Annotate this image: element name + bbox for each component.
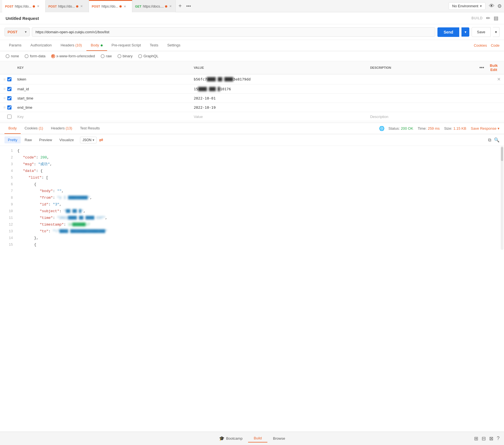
line-number: 2 xyxy=(3,155,13,161)
tab-body[interactable]: Body xyxy=(86,40,107,51)
bootcamp-label: Bootcamp xyxy=(226,436,243,441)
tab-settings[interactable]: Settings xyxy=(163,40,185,51)
col-description: DESCRIPTION xyxy=(367,61,476,74)
tab-3-url: https://do... xyxy=(102,4,118,8)
settings-icon[interactable]: ⚙ xyxy=(497,3,502,9)
env-selector[interactable]: No Environment ▾ xyxy=(449,2,486,10)
format-tab-preview[interactable]: Preview xyxy=(36,136,55,143)
table-row: ≡ token b56fc7████ ██ ████3e8179dd ✕ xyxy=(0,74,504,84)
format-type-select[interactable]: JSON ▾ xyxy=(80,137,97,143)
browse-item[interactable]: Browse xyxy=(267,435,291,442)
build-item[interactable]: Build xyxy=(248,434,267,442)
env-chevron-icon: ▾ xyxy=(480,4,482,8)
format-tab-pretty[interactable]: Pretty xyxy=(4,136,21,143)
row1-close-icon[interactable]: ✕ xyxy=(497,77,501,82)
response-tab-cookies[interactable]: Cookies (1) xyxy=(21,123,47,134)
drag-handle-icon[interactable]: ≡ xyxy=(3,105,6,110)
help-icon[interactable]: ? xyxy=(497,435,500,441)
build-label[interactable]: BUILD xyxy=(472,16,483,20)
placeholder-desc: Description xyxy=(367,112,476,121)
copy-icon[interactable]: ⧉ xyxy=(488,138,491,143)
row3-checkbox[interactable] xyxy=(7,96,11,100)
edit-icon[interactable]: ✏ xyxy=(486,15,490,21)
send-button[interactable]: Send xyxy=(437,27,459,37)
scrollbar-thumb[interactable] xyxy=(501,147,503,161)
drag-handle-icon[interactable]: ≡ xyxy=(3,77,6,82)
placeholder-checkbox[interactable] xyxy=(7,115,11,119)
response-tabs-bar: Body Cookies (1) Headers (13) Test Resul… xyxy=(0,123,504,134)
drag-handle-icon[interactable]: ≡ xyxy=(3,96,6,100)
tab-tests[interactable]: Tests xyxy=(145,40,163,51)
body-type-none[interactable]: none xyxy=(6,54,19,58)
add-tab-button[interactable]: + xyxy=(176,3,185,9)
json-line-12: 12 "timestamp": 16██████17 xyxy=(0,221,504,228)
response-tab-body[interactable]: Body xyxy=(4,123,21,134)
row4-checkbox[interactable] xyxy=(7,105,11,110)
body-type-urlencoded[interactable]: x-www-form-urlencoded xyxy=(51,54,95,58)
response-section: Body Cookies (1) Headers (13) Test Resul… xyxy=(0,122,504,250)
url-input[interactable] xyxy=(32,27,435,37)
wrap-icon[interactable]: ⇌ xyxy=(99,137,103,143)
tab-pre-request[interactable]: Pre-request Script xyxy=(107,40,145,51)
json-line-13: 13 "to": "\"████ ████████████████" xyxy=(0,228,504,235)
response-tab-test-results[interactable]: Test Results xyxy=(76,123,104,134)
body-type-bar: none form-data x-www-form-urlencoded raw… xyxy=(0,51,504,61)
tab-4-close[interactable]: ✕ xyxy=(169,4,172,8)
more-tabs-button[interactable]: ••• xyxy=(185,4,193,9)
body-type-binary[interactable]: binary xyxy=(117,54,133,58)
tab-3-close[interactable]: ✕ xyxy=(124,5,126,8)
layout-icon[interactable]: ⊠ xyxy=(489,435,493,442)
row3-value-cell: 2022-10-01 xyxy=(190,94,367,103)
row2-desc-cell xyxy=(367,84,476,94)
cookies-link[interactable]: Cookies xyxy=(474,43,487,48)
search-icon[interactable]: 🔍 xyxy=(494,137,500,143)
bulk-edit-button[interactable]: Bulk Edit xyxy=(487,63,501,72)
code-link[interactable]: Code xyxy=(491,43,500,48)
json-line-4: 4 "data": { xyxy=(0,168,504,174)
row1-value-cell: b56fc7████ ██ ████3e8179dd xyxy=(190,74,367,84)
more-options-icon[interactable]: ••• xyxy=(479,65,484,70)
tab-1[interactable]: POST https://do... ✕ xyxy=(2,0,46,12)
row2-key-cell: mail_id xyxy=(14,84,190,94)
save-button[interactable]: Save xyxy=(472,27,491,37)
tab-headers[interactable]: Headers (10) xyxy=(56,40,86,51)
bootcamp-item[interactable]: 🎓 Bootcamp xyxy=(213,434,248,443)
request-title: Untitled Request xyxy=(6,16,39,21)
tab-1-close[interactable]: ✕ xyxy=(37,4,39,8)
row2-checkbox[interactable] xyxy=(7,87,11,91)
eye-icon[interactable]: 👁 xyxy=(489,3,494,9)
params-table: KEY VALUE DESCRIPTION ••• Bulk Edit ≡ xyxy=(0,61,504,121)
tab-2[interactable]: POST https://do... ✕ xyxy=(46,0,89,12)
send-dropdown-button[interactable]: ▾ xyxy=(461,27,469,37)
nav-tabs-bar: Params Authorization Headers (10) Body P… xyxy=(0,40,504,51)
format-tab-visualize[interactable]: Visualize xyxy=(56,136,77,143)
body-type-raw[interactable]: raw xyxy=(101,54,112,58)
json-content: "timestamp": 16██████17 xyxy=(40,221,90,228)
drag-handle-icon[interactable]: ≡ xyxy=(3,87,6,91)
json-content: "subject": "██ ██ █", xyxy=(40,208,86,214)
tab-2-close[interactable]: ✕ xyxy=(80,4,83,8)
response-tab-headers[interactable]: Headers (13) xyxy=(47,123,76,134)
tab-authorization[interactable]: Authorization xyxy=(26,40,56,51)
row4-action-cell xyxy=(476,103,504,112)
time-value: 259 ms xyxy=(428,126,440,131)
grid-icon[interactable]: ⊞ xyxy=(474,435,478,442)
tab-params[interactable]: Params xyxy=(4,40,26,51)
save-response-button[interactable]: Save Response ▾ xyxy=(471,126,500,131)
scrollbar[interactable] xyxy=(501,146,503,250)
split-view-icon[interactable]: ⊟ xyxy=(482,435,486,442)
line-number: 6 xyxy=(3,182,13,188)
body-type-graphql[interactable]: GraphQL xyxy=(138,54,158,58)
tab-4[interactable]: GET https://docs.... ✕ xyxy=(132,0,176,12)
console-icon[interactable]: ▤ xyxy=(494,15,498,21)
bottom-bar: 🎓 Bootcamp Build Browse ⊞ ⊟ ⊠ ? xyxy=(0,432,504,445)
tab-3[interactable]: POST https://do... ✕ xyxy=(89,0,132,12)
format-type-chevron-icon: ▾ xyxy=(93,138,94,142)
tab-2-method: POST xyxy=(48,5,57,8)
format-tab-raw[interactable]: Raw xyxy=(21,136,35,143)
body-type-form-data[interactable]: form-data xyxy=(25,54,46,58)
method-select[interactable]: POST ▾ xyxy=(4,28,30,36)
method-chevron-icon: ▾ xyxy=(25,30,27,34)
row1-checkbox[interactable] xyxy=(7,77,11,81)
save-dropdown-button[interactable]: ▾ xyxy=(493,27,500,37)
